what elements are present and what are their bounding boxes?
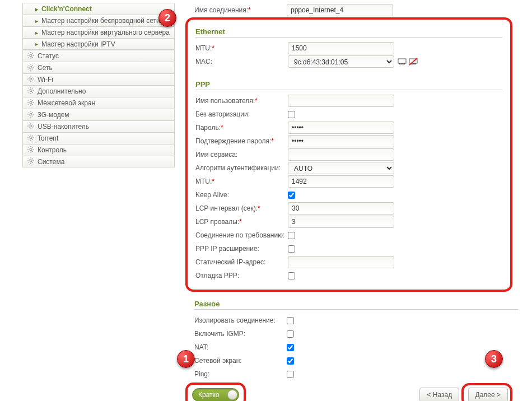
misc-isolate-checkbox[interactable] bbox=[287, 317, 294, 324]
svg-line-50 bbox=[29, 112, 29, 113]
ppp-staticip-label: Статический IP-адрес: bbox=[195, 258, 288, 266]
svg-point-0 bbox=[30, 54, 32, 57]
ppp-authalg-label: Алгоритм аутентификации: bbox=[195, 164, 288, 172]
chevron-right-icon: ▸ bbox=[35, 6, 38, 12]
sidebar-submenu-item[interactable]: ▸Мастер настройки виртуального сервера bbox=[22, 26, 175, 38]
ppp-password-input[interactable] bbox=[288, 122, 394, 134]
sidebar: ▸Click'n'Connect▸Мастер настройки беспро… bbox=[22, 3, 175, 401]
ppp-mtu-label: MTU:* bbox=[195, 178, 288, 185]
annotation-marker-1: 1 bbox=[177, 350, 195, 368]
gear-icon bbox=[27, 123, 38, 131]
misc-fw-checkbox[interactable] bbox=[287, 357, 294, 365]
gear-icon bbox=[27, 76, 38, 84]
misc-igmp-checkbox[interactable] bbox=[287, 330, 294, 338]
ppp-debug-label: Отладка PPP: bbox=[195, 272, 288, 279]
highlight-toggle: Кратко bbox=[185, 383, 246, 401]
section-ethernet-title: Ethernet bbox=[195, 27, 502, 38]
next-button[interactable]: Далее > bbox=[468, 388, 508, 401]
svg-point-18 bbox=[30, 78, 32, 80]
sidebar-item-label: Мастер настройки IPTV bbox=[41, 40, 115, 48]
gear-icon bbox=[27, 64, 38, 72]
ppp-password-label: Пароль:* bbox=[195, 124, 288, 132]
main-panel: Имя соединения:* Ethernet MTU:* MAC: 9c:… bbox=[175, 3, 518, 401]
sidebar-item-label: Torrent bbox=[38, 134, 58, 142]
svg-line-8 bbox=[32, 53, 33, 54]
ppp-password-confirm-label: Подтверждение пароля:* bbox=[195, 137, 288, 145]
svg-line-89 bbox=[32, 158, 33, 159]
svg-point-81 bbox=[30, 160, 32, 162]
sidebar-item-label: Сеть bbox=[38, 64, 53, 72]
eth-mtu-input[interactable] bbox=[288, 42, 394, 54]
ppp-lcp-interval-input[interactable] bbox=[288, 202, 394, 215]
ppp-ondemand-checkbox[interactable] bbox=[288, 232, 295, 239]
highlight-next: Далее > bbox=[461, 383, 513, 401]
svg-line-60 bbox=[32, 127, 33, 128]
sidebar-menu-item[interactable]: Wi-Fi bbox=[22, 73, 175, 85]
sidebar-menu-item[interactable]: Дополнительно bbox=[22, 85, 175, 97]
svg-line-52 bbox=[29, 115, 29, 116]
sidebar-item-label: Статус bbox=[38, 52, 59, 60]
misc-ping-checkbox[interactable] bbox=[287, 371, 294, 378]
ppp-keepalive-checkbox[interactable] bbox=[288, 192, 295, 199]
svg-line-86 bbox=[29, 158, 29, 159]
ppp-service-input[interactable] bbox=[288, 148, 394, 161]
svg-line-68 bbox=[29, 136, 29, 136]
chevron-right-icon: ▸ bbox=[35, 30, 38, 36]
svg-point-36 bbox=[30, 101, 32, 104]
brief-toggle[interactable]: Кратко bbox=[192, 388, 239, 401]
svg-line-16 bbox=[29, 68, 29, 69]
svg-point-45 bbox=[30, 113, 32, 115]
ppp-ipext-checkbox[interactable] bbox=[288, 245, 295, 253]
eth-mtu-label: MTU:* bbox=[195, 44, 288, 52]
sidebar-submenu-item[interactable]: ▸Click'n'Connect bbox=[22, 3, 175, 15]
svg-line-17 bbox=[32, 65, 33, 66]
svg-line-5 bbox=[29, 53, 29, 54]
svg-line-43 bbox=[29, 104, 29, 104]
sidebar-item-label: 3G-модем bbox=[38, 111, 69, 119]
ppp-password-confirm-input[interactable] bbox=[288, 135, 394, 147]
connection-name-input[interactable] bbox=[287, 4, 393, 16]
svg-line-61 bbox=[29, 127, 29, 128]
ppp-debug-checkbox[interactable] bbox=[288, 272, 295, 279]
nic-icon[interactable] bbox=[398, 58, 407, 66]
sidebar-menu-item[interactable]: Система bbox=[22, 156, 175, 167]
sidebar-submenu-item[interactable]: ▸Мастер настройки IPTV bbox=[22, 38, 175, 50]
misc-igmp-label: Включить IGMP: bbox=[194, 330, 287, 338]
chevron-right-icon: ▸ bbox=[35, 41, 38, 47]
svg-line-26 bbox=[32, 77, 33, 77]
svg-line-53 bbox=[32, 112, 33, 113]
ppp-username-input[interactable] bbox=[288, 95, 394, 107]
sidebar-item-label: Click'n'Connect bbox=[41, 5, 92, 13]
sidebar-menu-item[interactable]: Torrent bbox=[22, 132, 175, 144]
svg-point-54 bbox=[30, 125, 32, 127]
misc-fw-label: Сетевой экран: bbox=[194, 357, 287, 365]
ppp-username-label: Имя пользователя:* bbox=[195, 97, 288, 105]
sidebar-menu-item[interactable]: Сеть bbox=[22, 62, 175, 73]
sidebar-menu-item[interactable]: Межсетевой экран bbox=[22, 97, 175, 109]
svg-line-87 bbox=[32, 162, 33, 163]
sidebar-menu-item[interactable]: USB-накопитель bbox=[22, 120, 175, 132]
back-button[interactable]: < Назад bbox=[419, 388, 459, 401]
eth-mac-label: MAC: bbox=[195, 58, 288, 66]
sidebar-menu-item[interactable]: 3G-модем bbox=[22, 109, 175, 120]
sidebar-menu-item[interactable]: Контроль bbox=[22, 144, 175, 156]
gear-icon bbox=[27, 111, 38, 119]
eth-mac-select[interactable]: 9c:d6:43:3d:01:05 bbox=[288, 55, 394, 68]
ppp-noauth-checkbox[interactable] bbox=[288, 111, 295, 118]
ppp-staticip-input[interactable] bbox=[288, 256, 394, 268]
highlight-main-settings: Ethernet MTU:* MAC: 9c:d6:43:3d:01:05 PP… bbox=[185, 17, 512, 292]
svg-line-7 bbox=[29, 57, 29, 57]
ppp-authalg-select[interactable]: AUTO bbox=[288, 162, 394, 174]
nic-clear-icon[interactable] bbox=[409, 58, 418, 66]
svg-line-70 bbox=[29, 139, 29, 139]
section-ppp-title: PPP bbox=[195, 80, 502, 90]
ppp-lcp-fail-input[interactable] bbox=[288, 216, 394, 228]
sidebar-submenu-item[interactable]: ▸Мастер настройки беспроводной сети bbox=[22, 15, 175, 26]
ppp-service-label: Имя сервиса: bbox=[195, 151, 288, 158]
ppp-mtu-input[interactable] bbox=[288, 175, 394, 188]
sidebar-item-label: Мастер настройки беспроводной сети bbox=[41, 17, 160, 25]
misc-nat-label: NAT: bbox=[194, 343, 287, 351]
sidebar-item-label: USB-накопитель bbox=[38, 123, 89, 130]
misc-nat-checkbox[interactable] bbox=[287, 344, 294, 351]
sidebar-menu-item[interactable]: Статус bbox=[22, 50, 175, 62]
